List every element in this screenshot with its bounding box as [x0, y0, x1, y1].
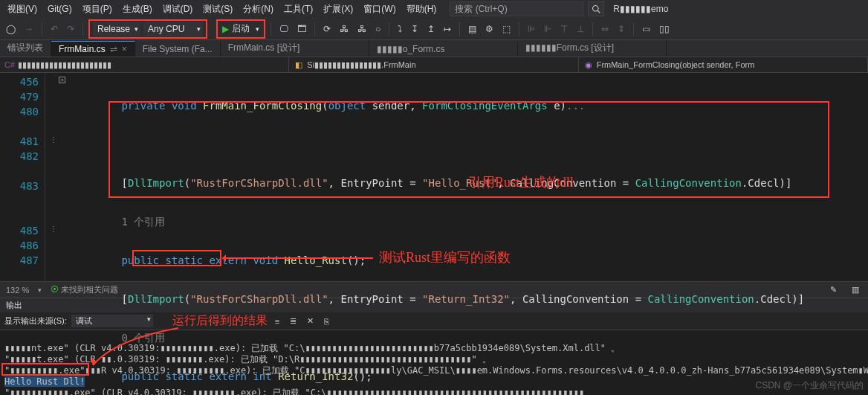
align-center-icon[interactable]: ⊩ — [541, 21, 554, 37]
solution-name: R▮▮▮▮▮▮emo — [613, 4, 668, 14]
menu-build[interactable]: 生成(B) — [118, 1, 157, 17]
step-out-icon[interactable]: ↥ — [424, 21, 438, 37]
tb-icon-6[interactable]: ▤ — [465, 21, 479, 37]
tb-icon-3[interactable]: 🖧 — [337, 21, 352, 37]
search-input[interactable]: 搜索 (Ctrl+Q) — [450, 1, 583, 16]
anno-arrow-2 — [224, 257, 373, 259]
tb-icon-10[interactable]: ▯▯ — [656, 21, 673, 37]
anno-text-2: 测试Rust里编写的函数 — [379, 248, 511, 266]
search-icon[interactable] — [588, 1, 604, 16]
vdist-icon[interactable]: ⇕ — [615, 21, 628, 37]
align-left-icon[interactable]: ⊫ — [525, 21, 538, 37]
anno-box-3 — [1, 363, 89, 376]
watermark: CSDN @一个业余写代码的 — [755, 379, 864, 392]
ref-glyph2: ⋮ — [50, 225, 57, 233]
tab-errorlist[interactable]: 错误列表 — [0, 40, 51, 57]
output-body[interactable]: ▮▮▮▮▮nt.exe" (CLR v4.0.30319:▮▮▮▮▮▮▮▮▮▮.… — [0, 330, 868, 395]
method-icon: ◉ — [583, 60, 594, 70]
run-group: ▶ 启动 ▾ — [216, 19, 265, 39]
menu-view[interactable]: 视图(V) — [3, 1, 42, 17]
nav-class-dropdown[interactable]: ◧Si▮▮▮▮▮▮▮▮▮▮▮▮▮▮▮.FrmMain — [289, 57, 578, 72]
code-area[interactable]: private void FrmMain_FormClosing(object … — [67, 73, 868, 281]
tb-icon-9[interactable]: ▭ — [639, 21, 653, 37]
build-config-dropdown[interactable]: Release — [93, 22, 140, 36]
tb-icon-5[interactable]: ○ — [372, 21, 383, 37]
nav-fwd-icon[interactable]: → — [22, 21, 36, 37]
undo-icon[interactable]: ↶ — [48, 21, 61, 37]
tab-filesystem[interactable]: File System (Fa... — [135, 42, 221, 57]
anno-arrow-3 — [85, 324, 182, 369]
step-over-icon[interactable]: ⤵ — [395, 21, 405, 37]
menu-help[interactable]: 帮助(H) — [402, 1, 441, 17]
align-mid-icon[interactable]: ⊥ — [574, 21, 587, 37]
svg-point-0 — [593, 6, 599, 12]
menu-project[interactable]: 项目(P) — [78, 1, 117, 17]
doc-tabs: 错误列表 FrmMain.cs⇌× File System (Fa... Frm… — [0, 40, 868, 57]
refresh-icon[interactable]: ⟳ — [320, 21, 334, 37]
csharp-icon: C# — [4, 60, 15, 70]
glyph-margin: + ⋮ ⋮ — [45, 73, 67, 281]
menubar: 视图(V) Git(G) 项目(P) 生成(B) 调试(D) 测试(S) 分析(… — [0, 0, 868, 18]
redo-icon[interactable]: ↷ — [64, 21, 77, 37]
step-icon[interactable]: ↦ — [441, 21, 454, 37]
code-navbar: C#▮▮▮▮▮▮▮▮▮▮▮▮▮▮▮▮▮▮▮▮▮ ◧Si▮▮▮▮▮▮▮▮▮▮▮▮▮… — [0, 57, 868, 73]
tab-frmmain-design[interactable]: FrmMain.cs [设计] — [221, 40, 369, 57]
tb-icon-7[interactable]: ⚙ — [482, 21, 496, 37]
menu-ext[interactable]: 扩展(X) — [319, 1, 357, 17]
menu-git[interactable]: Git(G) — [43, 2, 77, 16]
zoom-level[interactable]: 132 % — [6, 286, 29, 295]
fold-icon[interactable]: + — [59, 77, 65, 83]
tab-form-design[interactable]: ▮▮▮▮▮▮Form.cs [设计] — [518, 40, 667, 57]
tb-icon-8[interactable]: ⬚ — [499, 21, 514, 37]
anno-box-2 — [132, 250, 221, 266]
toolbar: ◯ → ↶ ↷ Release Any CPU ▶ 启动 ▾ 🖵 🗔 ⟳ 🖧 🖧… — [0, 18, 868, 40]
class-icon: ◧ — [294, 60, 304, 70]
menu-tools[interactable]: 工具(T) — [279, 1, 317, 17]
output-source-label: 显示输出来源(S): — [4, 315, 67, 327]
tb-icon-4[interactable]: 🖧 — [354, 21, 369, 37]
nav-back-icon[interactable]: ◯ — [3, 21, 19, 37]
run-button[interactable]: 启动 — [232, 22, 250, 35]
tab-form-cs[interactable]: ▮▮▮▮▮o_Form.cs — [369, 42, 518, 57]
nav-project-dropdown[interactable]: C#▮▮▮▮▮▮▮▮▮▮▮▮▮▮▮▮▮▮▮▮▮ — [0, 57, 289, 72]
nav-method-dropdown[interactable]: ◉FrmMain_FormClosing(object sender, Form — [579, 57, 868, 72]
svg-line-1 — [598, 10, 600, 13]
platform-dropdown[interactable]: Any CPU — [143, 22, 203, 36]
code-editor[interactable]: 456479480481482483485486487 + ⋮ ⋮ privat… — [0, 73, 868, 281]
menu-analyze[interactable]: 分析(N) — [239, 1, 278, 17]
run-icon[interactable]: ▶ — [222, 24, 229, 34]
menu-window[interactable]: 窗口(W) — [359, 1, 400, 17]
close-icon[interactable]: × — [122, 44, 127, 54]
ref-glyph: ⋮ — [50, 135, 57, 144]
align-top-icon[interactable]: ⊤ — [557, 21, 571, 37]
menu-test[interactable]: 测试(S) — [198, 1, 237, 17]
menu-debug[interactable]: 调试(D) — [158, 1, 198, 17]
anno-text-1: 引用Rust生成的dll — [468, 173, 574, 191]
tab-frmmain[interactable]: FrmMain.cs⇌× — [51, 41, 135, 57]
line-gutter: 456479480481482483485486487 — [0, 73, 45, 281]
hdist-icon[interactable]: ⇔ — [598, 21, 612, 37]
step-into-icon[interactable]: ↧ — [408, 21, 421, 37]
config-group: Release Any CPU — [88, 19, 207, 39]
run-dropdown[interactable]: ▾ — [256, 25, 259, 33]
tb-icon-1[interactable]: 🖵 — [276, 21, 291, 37]
tb-icon-2[interactable]: 🗔 — [294, 21, 309, 37]
